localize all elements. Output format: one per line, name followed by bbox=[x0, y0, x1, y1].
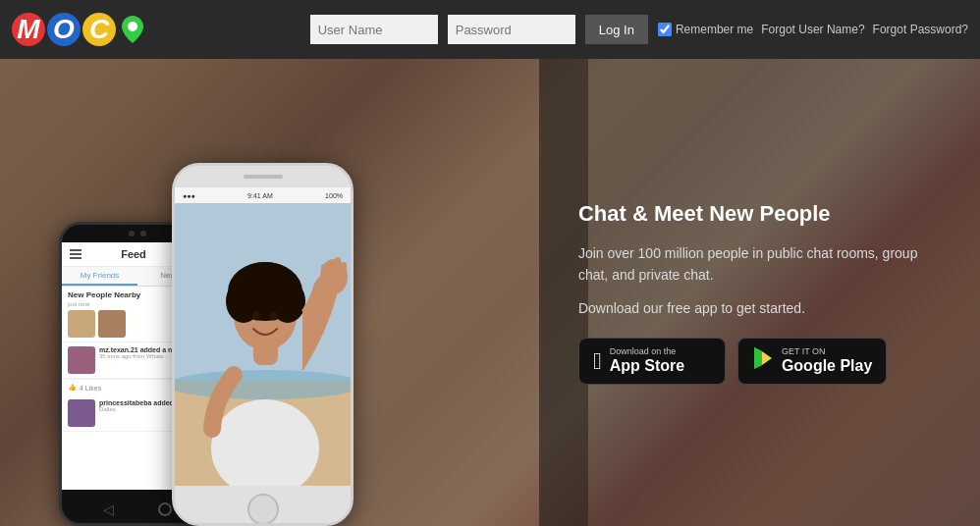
phone-white-bottom bbox=[175, 486, 351, 526]
tab-my-friends[interactable]: My Friends bbox=[62, 267, 137, 286]
app-buttons:  Download on the App Store bbox=[578, 338, 941, 385]
google-play-icon bbox=[752, 346, 774, 376]
login-button[interactable]: Log In bbox=[585, 15, 648, 44]
googleplay-text: GET IT ON Google Play bbox=[782, 346, 872, 376]
username-input[interactable] bbox=[310, 15, 438, 44]
feed-thumb-3 bbox=[68, 346, 95, 374]
googleplay-label-small: GET IT ON bbox=[782, 346, 872, 357]
logo: M O C bbox=[12, 13, 147, 46]
nav-back-icon: ◁ bbox=[103, 501, 114, 517]
phone-camera-dot bbox=[129, 231, 135, 237]
logo-c: C bbox=[82, 13, 116, 46]
header-links: Remember me Forgot User Name? Forgot Pas… bbox=[658, 23, 968, 36]
nav-home-circle bbox=[158, 502, 172, 516]
content-panel: Chat & Meet New People Join over 100 mil… bbox=[539, 59, 980, 526]
logo-pin-icon bbox=[118, 13, 147, 46]
hamburger-icon bbox=[70, 249, 82, 259]
phone-sensor-dot bbox=[140, 231, 146, 237]
svg-point-11 bbox=[252, 312, 260, 321]
svg-rect-17 bbox=[321, 264, 327, 282]
feed-thumb-4 bbox=[68, 399, 95, 427]
svg-point-0 bbox=[128, 22, 137, 31]
feed-thumb-2 bbox=[98, 310, 126, 338]
logo-o: O bbox=[47, 13, 81, 46]
svg-point-12 bbox=[270, 312, 278, 321]
remember-me-text: Remember me bbox=[676, 23, 753, 36]
logo-m: M bbox=[12, 13, 45, 46]
thumbs-up-icon: 👍 bbox=[68, 384, 77, 392]
remember-me-checkbox[interactable] bbox=[658, 23, 672, 36]
header: M O C Log In Remember me Forgot User Nam… bbox=[0, 0, 980, 59]
forgot-password-link[interactable]: Forgot Password? bbox=[873, 23, 968, 36]
person-svg bbox=[175, 203, 351, 486]
phone-white-top bbox=[175, 166, 351, 187]
status-time: 9:41 AM bbox=[247, 192, 273, 199]
googleplay-button[interactable]: GET IT ON Google Play bbox=[737, 338, 887, 385]
header-right: Log In Remember me Forgot User Name? For… bbox=[310, 15, 968, 44]
likes-count: 4 Likes bbox=[80, 385, 101, 392]
phone-white: ●●● 9:41 AM 100% bbox=[172, 163, 354, 526]
svg-marker-22 bbox=[754, 347, 762, 369]
feed-thumb-1 bbox=[68, 310, 95, 338]
main-content: Feed My Friends Near Me New People Nearb… bbox=[0, 59, 980, 526]
remember-me-label[interactable]: Remember me bbox=[658, 23, 753, 36]
svg-rect-14 bbox=[328, 260, 334, 280]
status-carrier: ●●● bbox=[183, 192, 195, 199]
svg-point-10 bbox=[236, 262, 295, 301]
password-input[interactable] bbox=[448, 15, 575, 44]
svg-rect-16 bbox=[342, 262, 347, 280]
appstore-label-large: App Store bbox=[610, 356, 684, 375]
appstore-label-small: Download on the bbox=[610, 346, 684, 357]
forgot-username-link[interactable]: Forgot User Name? bbox=[761, 23, 864, 36]
apple-icon:  bbox=[593, 349, 602, 373]
screen-title: Feed bbox=[121, 248, 146, 260]
svg-point-3 bbox=[175, 370, 351, 399]
status-battery: 100% bbox=[325, 192, 343, 199]
cta-text: Download our free app to get started. bbox=[578, 300, 941, 316]
description: Join over 100 million people in public c… bbox=[578, 242, 941, 287]
phones-area: Feed My Friends Near Me New People Nearb… bbox=[0, 59, 539, 526]
white-screen bbox=[175, 203, 351, 486]
home-button[interactable] bbox=[247, 494, 279, 525]
svg-rect-15 bbox=[335, 257, 341, 279]
googleplay-label-large: Google Play bbox=[782, 356, 872, 375]
appstore-button[interactable]:  Download on the App Store bbox=[578, 338, 726, 385]
appstore-text: Download on the App Store bbox=[610, 346, 684, 376]
speaker-slot bbox=[244, 175, 283, 179]
status-bar: ●●● 9:41 AM 100% bbox=[175, 187, 351, 203]
svg-marker-20 bbox=[762, 351, 772, 365]
tagline: Chat & Meet New People bbox=[578, 200, 941, 229]
